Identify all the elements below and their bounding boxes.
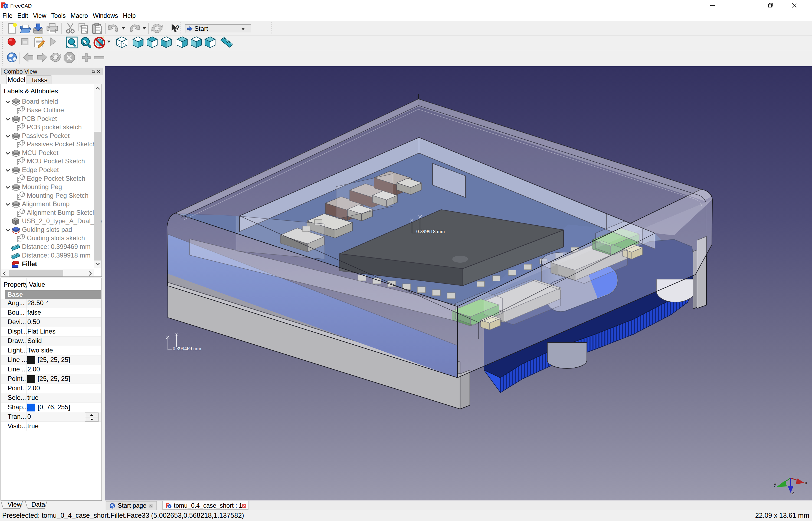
svg-text:0.399469 mm: 0.399469 mm	[173, 346, 201, 352]
svg-text:View: View	[7, 501, 22, 508]
svg-text:0.399918 mm: 0.399918 mm	[416, 229, 445, 234]
svg-text:y: y	[774, 482, 776, 487]
svg-text:x: x	[805, 480, 807, 485]
svg-text:Data: Data	[31, 501, 45, 508]
svg-text:z: z	[792, 490, 794, 495]
svg-text:?: ?	[175, 24, 180, 32]
